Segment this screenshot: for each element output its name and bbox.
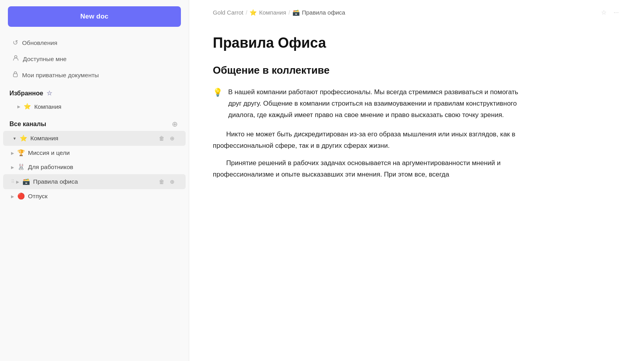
sidebar-item-private-label: Мои приватные документы xyxy=(22,72,99,79)
office-rules-label: Правила офиса xyxy=(33,178,78,185)
lock-icon xyxy=(13,71,18,79)
breadcrumb-actions: ☆ ··· xyxy=(599,7,620,18)
sidebar-item-private[interactable]: Мои приватные документы xyxy=(3,67,186,83)
chevron-right-mission-icon: ▶ xyxy=(11,151,14,155)
employees-label: Для работников xyxy=(28,164,73,171)
company-channel-actions: 🗑 ⊕ xyxy=(157,134,176,142)
svg-point-0 xyxy=(15,56,17,58)
main-content: Gold Carrot / ⭐ Компания / 🗃️ Правила оф… xyxy=(189,0,644,361)
chevron-right-employees-icon: ▶ xyxy=(11,165,14,169)
updates-icon: ↺ xyxy=(13,39,18,47)
doc-title: Правила Офиса xyxy=(213,34,520,51)
company-channel-label: Компания xyxy=(30,135,58,142)
add-to-channel-icon[interactable]: ⊕ xyxy=(168,134,176,142)
office-rules-icon: 🗃️ xyxy=(22,178,30,185)
sidebar-item-updates[interactable]: ↺ Обновления xyxy=(3,35,186,51)
accessible-icon xyxy=(13,55,19,63)
breadcrumb-parent-icon: ⭐ xyxy=(249,9,257,16)
favorites-star-icon[interactable]: ☆ xyxy=(47,89,52,97)
doc-callout: 💡 В нашей компании работают профессионал… xyxy=(213,87,520,121)
breadcrumb-workspace-label: Gold Carrot xyxy=(213,9,244,16)
breadcrumb-current: 🗃️ Правила офиса xyxy=(292,9,345,16)
delete-office-icon[interactable]: 🗑 xyxy=(157,178,166,186)
channels-title: Все каналы xyxy=(9,121,46,128)
drag-handle-icon: ⠿ xyxy=(11,179,15,184)
sidebar-channel-company[interactable]: ▼ ⭐ Компания 🗑 ⊕ xyxy=(3,131,186,146)
breadcrumb-parent[interactable]: ⭐ Компания xyxy=(249,9,286,16)
sidebar: New doc ↺ Обновления Доступные мне Мои п… xyxy=(0,0,189,361)
mission-label: Миссия и цели xyxy=(28,149,70,156)
doc-para2-block: Принятие решений в рабочих задачах основ… xyxy=(213,158,520,180)
sidebar-channel-employees[interactable]: ▶ 🐰 Для работников xyxy=(3,160,186,174)
mission-icon: 🏆 xyxy=(17,149,25,156)
channels-header: Все каналы ⊕ xyxy=(0,114,189,131)
sidebar-fav-company[interactable]: ▶ ⭐ Компания xyxy=(3,99,186,114)
sidebar-channel-mission[interactable]: ▶ 🏆 Миссия и цели xyxy=(3,146,186,160)
doc-para2: Принятие решений в рабочих задачах основ… xyxy=(213,158,520,180)
favorite-action-button[interactable]: ☆ xyxy=(599,7,608,18)
company-channel-icon: ⭐ xyxy=(20,135,27,142)
more-options-button[interactable]: ··· xyxy=(612,7,620,18)
svg-rect-1 xyxy=(13,74,17,77)
company-fav-icon: ⭐ xyxy=(24,103,31,110)
favorites-title: Избранное xyxy=(9,90,43,97)
breadcrumb-sep-2: / xyxy=(288,9,290,16)
new-doc-button[interactable]: New doc xyxy=(8,6,181,27)
delete-channel-icon[interactable]: 🗑 xyxy=(157,134,166,142)
sidebar-channel-vacation[interactable]: ▶ 🔴 Отпуск xyxy=(3,189,186,203)
chevron-right-icon: ▶ xyxy=(17,104,20,109)
doc-callout-text: В нашей компании работают профессионалы.… xyxy=(228,87,520,121)
sidebar-item-accessible[interactable]: Доступные мне xyxy=(3,51,186,67)
breadcrumb-workspace[interactable]: Gold Carrot xyxy=(213,9,244,16)
chevron-down-icon: ▼ xyxy=(13,136,17,141)
fav-company-label: Компания xyxy=(34,103,61,110)
breadcrumb-sep-1: / xyxy=(246,9,248,16)
vacation-icon: 🔴 xyxy=(17,193,25,200)
sidebar-item-accessible-label: Доступные мне xyxy=(23,56,67,63)
doc-para1-block: Никто не может быть дискредитирован из-з… xyxy=(213,129,520,152)
breadcrumb: Gold Carrot / ⭐ Компания / 🗃️ Правила оф… xyxy=(189,0,644,22)
chevron-right-vacation-icon: ▶ xyxy=(11,194,14,199)
add-to-office-icon[interactable]: ⊕ xyxy=(168,178,176,186)
add-channel-button[interactable]: ⊕ xyxy=(170,120,179,128)
chevron-right-office-icon: ▶ xyxy=(16,180,19,184)
breadcrumb-current-icon: 🗃️ xyxy=(292,9,300,16)
sidebar-item-updates-label: Обновления xyxy=(22,39,57,47)
sidebar-channel-office-rules[interactable]: ⠿ ▶ 🗃️ Правила офиса 🗑 ⊕ xyxy=(3,174,186,189)
callout-lightbulb-icon: 💡 xyxy=(213,87,223,97)
employees-icon: 🐰 xyxy=(17,164,25,171)
vacation-label: Отпуск xyxy=(28,193,48,200)
breadcrumb-parent-label: Компания xyxy=(259,9,286,16)
office-rules-channel-actions: 🗑 ⊕ xyxy=(157,178,176,186)
breadcrumb-current-label: Правила офиса xyxy=(302,9,345,16)
doc-section1-title: Общение в коллективе xyxy=(213,64,520,77)
doc-para1: Никто не может быть дискредитирован из-з… xyxy=(213,129,520,152)
doc-body: Правила Офиса Общение в коллективе 💡 В н… xyxy=(189,22,544,210)
favorites-section: Избранное ☆ xyxy=(0,83,189,99)
